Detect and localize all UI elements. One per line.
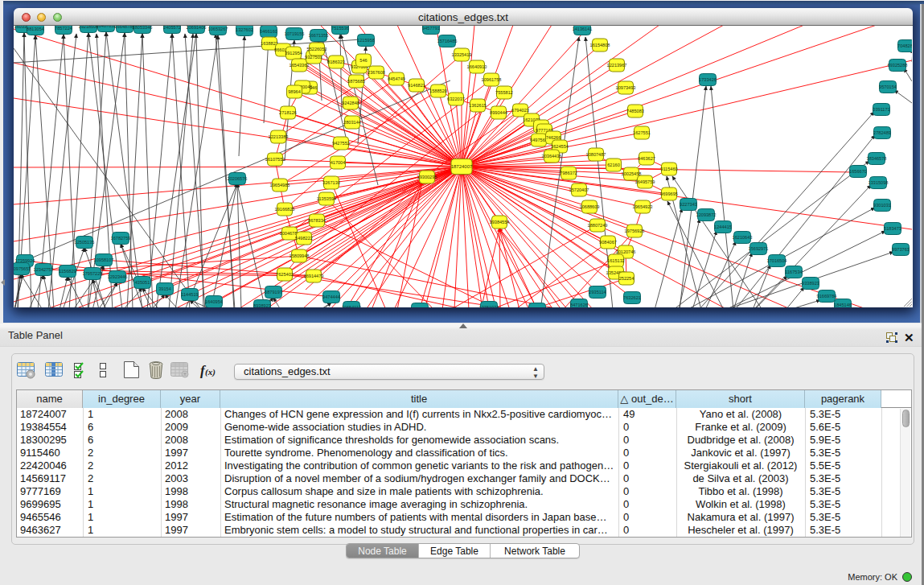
svg-text:7632621: 7632621 [623, 295, 641, 300]
svg-text:12505135: 12505135 [75, 240, 95, 245]
svg-text:2935114: 2935114 [589, 290, 606, 295]
svg-text:20975657: 20975657 [14, 266, 31, 271]
svg-text:7048281: 7048281 [897, 43, 912, 48]
svg-text:7857224: 7857224 [55, 26, 72, 31]
svg-text:7515536: 7515536 [331, 26, 349, 31]
svg-text:2782489: 2782489 [873, 130, 891, 135]
svg-text:2718126: 2718126 [279, 110, 297, 115]
svg-text:1733426: 1733426 [699, 77, 717, 82]
svg-text:10973493: 10973493 [616, 85, 636, 90]
svg-text:9146821: 9146821 [408, 83, 425, 88]
svg-text:7625402: 7625402 [276, 272, 294, 277]
svg-text:6497568: 6497568 [530, 138, 548, 142]
svg-text:10688609: 10688609 [580, 204, 600, 209]
svg-text:2367608: 2367608 [368, 70, 385, 75]
svg-text:16495759: 16495759 [635, 179, 655, 184]
svg-text:8186323: 8186323 [327, 60, 345, 64]
svg-text:13325419: 13325419 [452, 52, 472, 57]
svg-text:9338923: 9338923 [802, 281, 819, 286]
svg-text:19300295: 19300295 [417, 175, 437, 179]
svg-text:16782759: 16782759 [111, 236, 131, 241]
svg-text:1215958: 1215958 [357, 38, 375, 43]
svg-text:20364436: 20364436 [542, 154, 562, 159]
svg-text:16914479: 16914479 [304, 274, 324, 278]
svg-text:10961758: 10961758 [482, 77, 502, 82]
svg-text:16107552: 16107552 [265, 157, 285, 162]
svg-text:8454749: 8454749 [388, 76, 405, 81]
svg-text:1244415: 1244415 [714, 225, 732, 229]
svg-text:13751074: 13751074 [479, 305, 499, 307]
svg-text:8471626: 8471626 [570, 303, 588, 307]
svg-text:91669784: 91669784 [817, 294, 837, 299]
svg-text:6794023: 6794023 [511, 108, 529, 113]
svg-text:9129966: 9129966 [528, 307, 546, 307]
svg-text:1845146: 1845146 [834, 303, 852, 307]
svg-text:39154: 39154 [158, 286, 171, 291]
svg-text:12923446: 12923446 [108, 274, 128, 279]
svg-text:20691406: 20691406 [187, 26, 207, 30]
svg-text:1362615: 1362615 [469, 103, 487, 108]
svg-text:2405572: 2405572 [163, 26, 181, 30]
svg-text:98964: 98964 [288, 89, 301, 94]
svg-text:16543362: 16543362 [290, 63, 310, 68]
svg-text:435051: 435051 [135, 280, 150, 285]
svg-text:16210643: 16210643 [733, 235, 753, 240]
svg-text:1656670: 1656670 [849, 169, 867, 174]
svg-text:5875685: 5875685 [347, 79, 365, 84]
svg-text:9570154: 9570154 [879, 84, 897, 89]
svg-text:12213967: 12213967 [607, 63, 627, 68]
svg-text:746266: 746266 [546, 135, 561, 140]
svg-text:6879197: 6879197 [265, 290, 282, 295]
svg-text:1588520: 1588520 [429, 89, 447, 93]
svg-text:6466160: 6466160 [260, 29, 277, 34]
svg-text:9245052: 9245052 [411, 307, 429, 307]
svg-text:9084067: 9084067 [599, 240, 617, 245]
svg-text:16154808: 16154808 [590, 43, 610, 47]
svg-text:10807487: 10807487 [586, 152, 606, 157]
svg-text:11353594: 11353594 [317, 196, 336, 201]
svg-text:55226053: 55226053 [307, 47, 327, 51]
svg-text:8938923: 8938923 [253, 303, 271, 307]
svg-text:15809948: 15809948 [290, 253, 310, 258]
svg-text:5183473: 5183473 [884, 226, 901, 231]
svg-text:3624554: 3624554 [551, 144, 569, 149]
svg-text:19654923: 19654923 [633, 204, 653, 209]
svg-text:10958107: 10958107 [94, 257, 114, 262]
svg-text:1615132: 1615132 [607, 258, 625, 263]
svg-text:20206576: 20206576 [228, 176, 248, 181]
svg-text:9463627: 9463627 [638, 156, 655, 161]
svg-text:9115460: 9115460 [660, 167, 677, 171]
svg-text:16640910: 16640910 [467, 64, 487, 69]
svg-text:10025458: 10025458 [622, 171, 642, 176]
svg-text:7986372: 7986372 [560, 171, 577, 175]
svg-text:8678334: 8678334 [308, 218, 326, 223]
svg-text:3912954: 3912954 [285, 51, 302, 56]
svg-text:12093872: 12093872 [696, 212, 717, 217]
svg-text:6322037: 6322037 [447, 97, 465, 101]
svg-text:1327602: 1327602 [236, 27, 253, 32]
svg-text:9242848: 9242848 [342, 101, 359, 105]
svg-text:19384554: 19384554 [490, 220, 510, 225]
svg-text:(x): (x) [205, 367, 216, 377]
svg-text:5498222: 5498222 [295, 236, 313, 241]
svg-text:18724007: 18724007 [451, 164, 473, 169]
svg-text:19166825: 19166825 [275, 207, 295, 212]
svg-text:14136141: 14136141 [573, 27, 593, 31]
svg-text:9227343: 9227343 [680, 202, 697, 207]
svg-text:9301031: 9301031 [873, 203, 891, 208]
svg-text:19756926: 19756926 [625, 229, 645, 233]
svg-text:1144519: 1144519 [181, 292, 198, 297]
svg-text:10719155: 10719155 [285, 31, 305, 36]
svg-text:12213383: 12213383 [269, 134, 289, 139]
svg-text:16671355: 16671355 [309, 33, 329, 38]
svg-text:417004: 417004 [331, 160, 346, 165]
svg-text:1167534: 1167534 [785, 270, 802, 274]
svg-text:9699695: 9699695 [660, 192, 678, 196]
svg-text:18807249: 18807249 [588, 223, 608, 228]
svg-text:9427552: 9427552 [332, 141, 350, 146]
svg-text:15716485: 15716485 [437, 39, 458, 43]
svg-text:10654112: 10654112 [342, 305, 361, 307]
svg-text:38346578: 38346578 [867, 156, 887, 161]
svg-text:19654985: 19654985 [270, 183, 290, 187]
svg-text:9973763: 9973763 [892, 247, 910, 252]
